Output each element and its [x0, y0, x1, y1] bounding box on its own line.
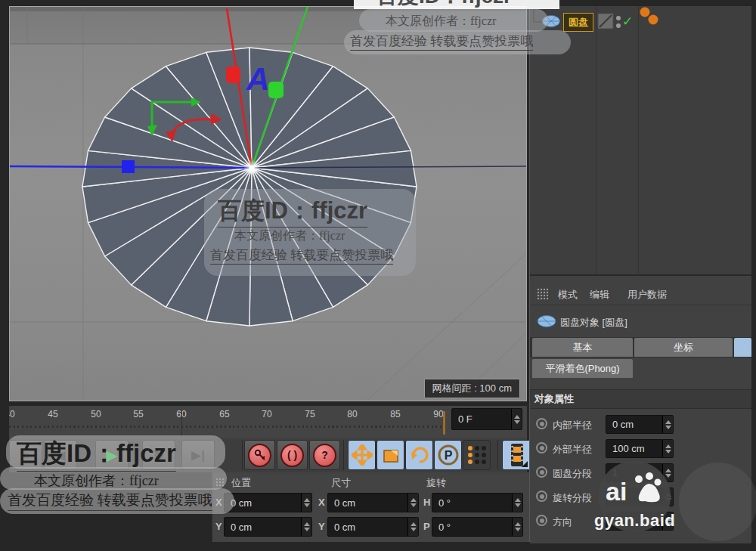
anim-dot-icon[interactable] [536, 418, 547, 429]
key-parameter-toggle[interactable]: P [434, 440, 462, 470]
play-icon: ▶ [106, 446, 117, 464]
stepper[interactable] [301, 494, 311, 512]
y-axis-handle[interactable] [268, 82, 284, 98]
baidu-badge-text: gyan.baid [594, 511, 685, 531]
stepper[interactable] [512, 518, 522, 536]
object-manager: 圆盘 ✓ [530, 6, 751, 274]
stepper[interactable] [662, 416, 673, 433]
range-end-marker[interactable] [443, 411, 445, 435]
grid-spacing-label: 网格间距 : 100 cm [424, 379, 520, 398]
baidu-paw-icon: ai [606, 467, 663, 509]
sky-band [10, 7, 527, 44]
ruler-tick: 75 [305, 409, 314, 419]
panel-grip-icon[interactable] [215, 478, 226, 487]
object-title: 圆盘对象 [圆盘] [560, 316, 627, 330]
anim-dot-icon[interactable] [536, 466, 547, 478]
goto-end-button[interactable]: ▶| [181, 440, 215, 470]
rot-p-field[interactable]: 0 ° [432, 517, 523, 537]
pos-y-label: Y [215, 521, 222, 532]
loop-icon: ↻ [153, 447, 164, 463]
stepper[interactable] [407, 518, 418, 536]
anim-dot-icon[interactable] [536, 515, 547, 526]
menu-mode[interactable]: 模式 [558, 288, 578, 302]
rotation-header: 旋转 [426, 476, 446, 490]
frame-stepper[interactable] [511, 409, 522, 429]
animation-toolbar: « ◀ ▶ ↻ ▶| ( ) ? [9, 438, 527, 472]
z-axis-handle[interactable] [122, 160, 135, 173]
panel-grip-icon[interactable] [537, 288, 549, 300]
timeline-marker[interactable] [181, 412, 182, 437]
anim-dot-icon[interactable] [536, 491, 547, 502]
pos-x-label: X [215, 497, 222, 508]
tab-basic[interactable]: 基本 [532, 338, 633, 357]
key-scale-toggle[interactable] [376, 440, 404, 470]
size-x-label: X [318, 497, 325, 508]
current-frame-field[interactable]: 0 F [451, 408, 522, 430]
stepper[interactable] [407, 494, 418, 512]
autokey-icon: ( ) [280, 444, 304, 467]
previous-frame-button[interactable]: ◀ [44, 440, 77, 470]
loop-button[interactable]: ↻ [142, 440, 175, 470]
editor-visibility-dot[interactable] [616, 16, 621, 20]
anim-dot-icon[interactable] [536, 442, 547, 453]
viewport-canvas: A [10, 7, 527, 401]
rotate-icon [410, 445, 429, 465]
question-icon: ? [313, 444, 336, 467]
viewport-top-shade [10, 7, 527, 11]
pos-y-field[interactable]: 0 cm [224, 517, 312, 537]
pos-x-field[interactable]: 0 cm [224, 493, 312, 512]
record-key-icon [248, 444, 271, 467]
attribute-menu-bar: 模式 编辑 用户数据 [530, 285, 751, 305]
scale-icon [381, 445, 401, 465]
menu-edit[interactable]: 编辑 [590, 288, 609, 302]
outer-radius-field[interactable]: 100 cm [606, 439, 674, 458]
size-x-field[interactable]: 0 cm [327, 493, 419, 512]
stepper[interactable] [662, 440, 673, 457]
size-header: 尺寸 [331, 476, 351, 490]
rot-h-field[interactable]: 0 ° [432, 493, 523, 512]
move-icon [352, 444, 373, 466]
property-row-inner-radius: 内部半径 0 cm [530, 414, 751, 435]
menu-user-data[interactable]: 用户数据 [627, 288, 667, 302]
ruler-tick: 65 [219, 409, 229, 419]
x-axis-handle[interactable] [226, 67, 240, 83]
play-button[interactable]: ▶ [95, 440, 129, 470]
goto-start-button[interactable]: « [9, 440, 42, 470]
record-keyframe-button[interactable] [244, 440, 275, 470]
previous-frame-icon: ◀ [55, 447, 65, 463]
tab-phong[interactable]: 平滑着色(Phong) [532, 359, 633, 378]
ruler-tick: 40 [9, 409, 15, 419]
svg-text:P: P [444, 449, 452, 462]
current-frame-value: 0 F [452, 413, 511, 425]
enabled-check-icon[interactable]: ✓ [622, 14, 633, 29]
stepper[interactable] [301, 518, 311, 536]
ruler-tick: 50 [91, 409, 101, 419]
size-y-field[interactable]: 0 cm [327, 517, 419, 537]
size-y-label: Y [318, 521, 325, 532]
stepper[interactable] [512, 494, 522, 512]
point-level-animation-icon [466, 444, 488, 466]
ruler-tick: 70 [262, 409, 271, 419]
object-name-edit[interactable]: 圆盘 [563, 13, 593, 32]
watermark-bubble [679, 463, 756, 541]
position-header: 位置 [231, 476, 251, 490]
goto-end-icon: ▶| [191, 447, 205, 463]
render-visibility-dot[interactable] [616, 23, 621, 28]
origin-point [249, 166, 255, 171]
parameter-icon: P [437, 444, 460, 466]
timeline-ruler[interactable]: 40 45 50 55 60 65 70 75 80 85 90 [9, 406, 445, 438]
autokey-button[interactable]: ( ) [277, 440, 308, 470]
disc-object-icon-small [536, 314, 559, 330]
toolbar-separator [497, 440, 498, 470]
object-properties-header: 对象属性 [530, 389, 751, 409]
inner-radius-field[interactable]: 0 cm [606, 415, 674, 434]
tab-coordinates[interactable]: 坐标 [634, 338, 733, 357]
key-position-toggle[interactable] [348, 440, 376, 470]
key-rotation-toggle[interactable] [405, 440, 433, 470]
keyframe-help-button[interactable]: ? [309, 440, 340, 470]
tab-object-partial[interactable] [734, 338, 751, 357]
key-point-level-toggle[interactable] [463, 440, 491, 470]
toolbar-separator [343, 440, 344, 470]
viewport-3d[interactable]: A 网格间距 : 100 cm [9, 6, 527, 401]
goto-start-icon: « [22, 447, 29, 463]
